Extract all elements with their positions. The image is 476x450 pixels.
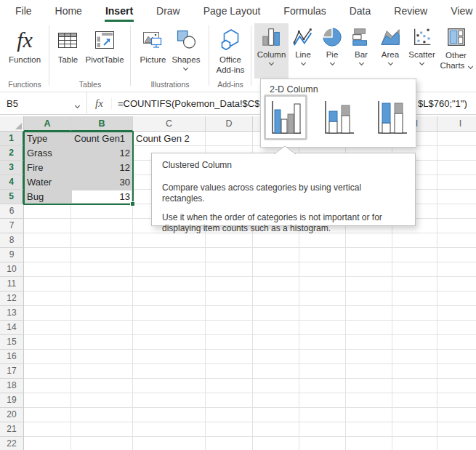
column-header-I[interactable]: I bbox=[437, 116, 476, 132]
row-header-19[interactable]: 19 bbox=[0, 393, 24, 408]
cell-B1[interactable]: Count Gen1 bbox=[74, 132, 130, 146]
insert-function-button[interactable]: fx bbox=[87, 97, 112, 110]
row-header-18[interactable]: 18 bbox=[0, 379, 24, 393]
row-header-9[interactable]: 9 bbox=[0, 248, 24, 262]
clustered-column-icon bbox=[269, 99, 302, 137]
row-header-20[interactable]: 20 bbox=[0, 408, 24, 422]
tab-formulas[interactable]: Formulas bbox=[283, 0, 326, 22]
formula-input[interactable]: =COUNTIFS(Pokemon_Data!$C$ bbox=[118, 98, 259, 109]
tab-home[interactable]: Home bbox=[55, 0, 83, 22]
bar-chart-button[interactable]: Bar bbox=[347, 23, 376, 77]
cell-B5[interactable]: 13 bbox=[74, 190, 130, 204]
gridline-horizontal bbox=[24, 291, 476, 292]
scatter-chart-button[interactable]: Scatter bbox=[405, 23, 439, 77]
column-chart-dropdown: 2-D Column bbox=[260, 79, 416, 148]
row-header-11[interactable]: 11 bbox=[0, 277, 24, 292]
other-charts-button[interactable]: Other Charts bbox=[439, 23, 473, 77]
row-header-6[interactable]: 6 bbox=[0, 204, 24, 219]
area-chart-icon bbox=[379, 25, 401, 49]
column-header-D[interactable]: D bbox=[206, 116, 253, 132]
group-caption-illustrations: Illustrations bbox=[131, 80, 209, 89]
shapes-button[interactable]: Shapes bbox=[169, 25, 202, 71]
row-header-2[interactable]: 2 bbox=[0, 146, 24, 161]
row-header-5[interactable]: 5 bbox=[0, 190, 24, 204]
row-header-8[interactable]: 8 bbox=[0, 233, 24, 248]
gridline-horizontal bbox=[24, 262, 476, 262]
row-header-15[interactable]: 15 bbox=[0, 335, 24, 350]
option-100-stacked-column[interactable] bbox=[370, 95, 414, 140]
line-chart-button[interactable]: Line bbox=[289, 23, 318, 77]
row-header-3[interactable]: 3 bbox=[0, 161, 24, 175]
pivottable-icon bbox=[93, 26, 116, 54]
picture-button[interactable]: Picture bbox=[138, 25, 169, 71]
fill-handle[interactable] bbox=[130, 201, 135, 206]
chevron-down-icon bbox=[419, 60, 424, 65]
row-header-4[interactable]: 4 bbox=[0, 175, 24, 190]
cell-A2[interactable]: Grass bbox=[27, 146, 68, 161]
pie-chart-button[interactable]: Pie bbox=[318, 23, 347, 77]
cell-A3[interactable]: Fire bbox=[27, 161, 68, 175]
clustered-column-tooltip: Clustered Column Compare values across c… bbox=[151, 153, 416, 226]
gridline-horizontal bbox=[24, 422, 476, 422]
group-addins: Office Add-ins Add-ins bbox=[209, 22, 251, 92]
table-button[interactable]: Table bbox=[54, 25, 81, 65]
formula-text-continued: $L$760;"1") bbox=[418, 92, 467, 114]
gridline-horizontal bbox=[24, 363, 476, 364]
cell-C1[interactable]: Count Gen 2 bbox=[136, 132, 203, 146]
row-header-7[interactable]: 7 bbox=[0, 219, 24, 233]
other-charts-icon bbox=[445, 25, 467, 49]
column-chart-button[interactable]: Column bbox=[254, 23, 289, 79]
column-header-A[interactable]: A bbox=[24, 116, 71, 132]
tooltip-usage: Use it when the order of categories is n… bbox=[162, 212, 405, 233]
gridline-horizontal bbox=[24, 320, 476, 321]
tab-view[interactable]: View bbox=[450, 0, 473, 22]
pie-chart-icon bbox=[321, 25, 343, 49]
cell-A5[interactable]: Bug bbox=[27, 190, 68, 204]
cell-A4[interactable]: Water bbox=[27, 175, 68, 190]
cell-B3[interactable]: 12 bbox=[74, 161, 130, 175]
bar-chart-icon bbox=[350, 25, 372, 49]
column-header-C[interactable]: C bbox=[133, 116, 206, 132]
row-header-22[interactable]: 22 bbox=[0, 437, 24, 450]
cell-B2[interactable]: 12 bbox=[74, 146, 130, 161]
tab-insert[interactable]: Insert bbox=[105, 0, 134, 22]
gridline-horizontal bbox=[24, 247, 476, 248]
tab-file[interactable]: File bbox=[15, 0, 33, 22]
stacked-column-icon bbox=[322, 99, 355, 137]
row-header-14[interactable]: 14 bbox=[0, 321, 24, 335]
row-header-21[interactable]: 21 bbox=[0, 422, 24, 437]
tab-draw[interactable]: Draw bbox=[156, 0, 181, 22]
cell-A1[interactable]: Type bbox=[27, 132, 68, 146]
column-chart-icon bbox=[261, 25, 283, 49]
chevron-down-icon bbox=[467, 64, 472, 69]
row-header-12[interactable]: 12 bbox=[0, 292, 24, 306]
pivottable-button[interactable]: PivotTable bbox=[83, 25, 126, 65]
column-header-B[interactable]: B bbox=[71, 116, 133, 132]
gridline-horizontal bbox=[24, 407, 476, 408]
name-box[interactable]: B5 bbox=[0, 92, 87, 114]
function-button[interactable]: fx Function bbox=[7, 25, 43, 65]
gridline-horizontal bbox=[24, 305, 476, 306]
group-caption-addins: Add-ins bbox=[209, 80, 251, 89]
gridline-horizontal bbox=[24, 276, 476, 277]
row-header-10[interactable]: 10 bbox=[0, 262, 24, 277]
row-header-17[interactable]: 17 bbox=[0, 364, 24, 379]
office-addins-icon bbox=[219, 26, 242, 54]
tab-page-layout[interactable]: Page Layout bbox=[203, 0, 262, 22]
office-addins-button[interactable]: Office Add-ins bbox=[214, 25, 247, 77]
tab-data[interactable]: Data bbox=[349, 0, 372, 22]
row-header-16[interactable]: 16 bbox=[0, 350, 24, 364]
option-stacked-column[interactable] bbox=[317, 95, 360, 140]
picture-icon bbox=[142, 26, 164, 54]
area-chart-button[interactable]: Area bbox=[376, 23, 405, 77]
cell-B4[interactable]: 30 bbox=[74, 175, 130, 190]
group-illustrations: Picture Shapes Illustrations bbox=[131, 22, 209, 92]
shapes-icon bbox=[175, 26, 197, 54]
tooltip-caret bbox=[273, 145, 297, 154]
tab-review[interactable]: Review bbox=[393, 0, 428, 22]
row-header-1[interactable]: 1 bbox=[0, 132, 24, 146]
option-clustered-column[interactable] bbox=[264, 95, 307, 140]
excel-window: File Home Insert Draw Page Layout Formul… bbox=[0, 0, 476, 450]
row-header-13[interactable]: 13 bbox=[0, 306, 24, 321]
select-all-corner[interactable] bbox=[0, 116, 24, 132]
